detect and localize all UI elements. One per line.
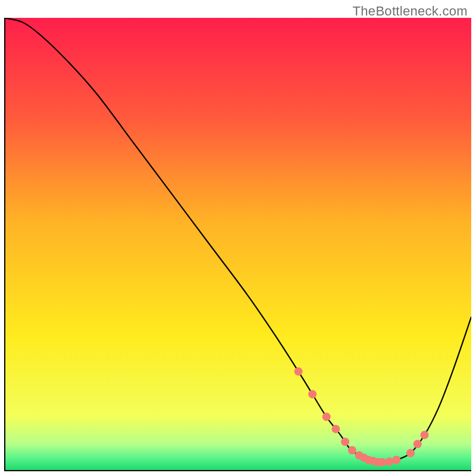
chart-container: TheBottleneck.com	[0, 0, 476, 476]
watermark-text: TheBottleneck.com	[353, 4, 468, 19]
axes-frame	[4, 18, 471, 471]
